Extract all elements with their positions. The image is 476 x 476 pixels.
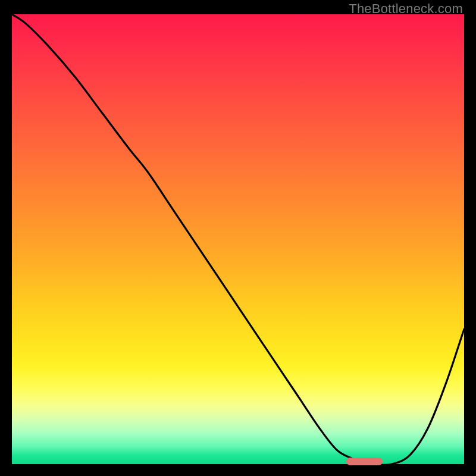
chart-frame — [12, 14, 464, 464]
optimum-marker — [346, 458, 383, 465]
bottleneck-curve — [12, 14, 464, 464]
chart-plot-area — [12, 14, 464, 464]
